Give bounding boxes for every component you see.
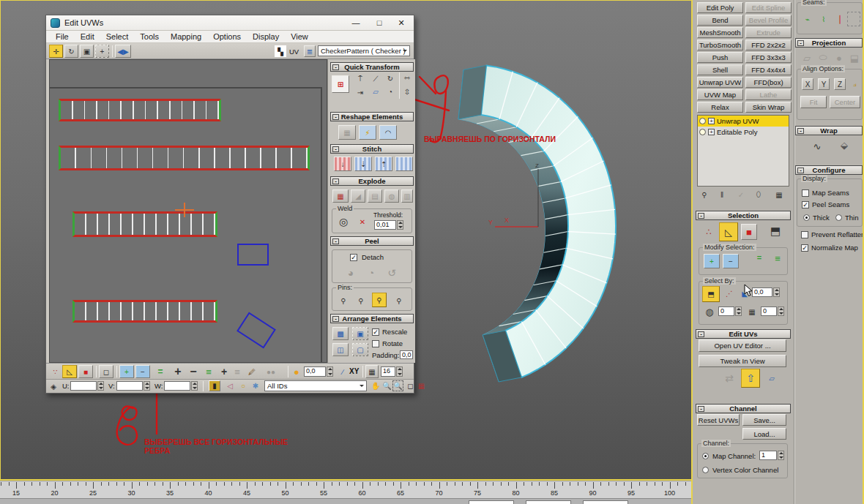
w-spinner[interactable] xyxy=(191,381,198,391)
configure-sets-icon[interactable]: ▦ xyxy=(773,189,785,200)
align-horizontal-icon[interactable]: ⍑ xyxy=(353,74,368,84)
snowflake-icon[interactable]: ✱ xyxy=(250,380,261,391)
minimize-button[interactable]: — xyxy=(345,15,367,30)
weld-target-icon[interactable]: ◎ xyxy=(335,214,351,230)
element-mode-icon[interactable]: ◻ xyxy=(99,365,113,378)
status-field[interactable] xyxy=(526,500,571,504)
pack-boxes-icon[interactable]: ◫ xyxy=(332,343,349,356)
rollout-arrange[interactable]: -Arrange Elements xyxy=(330,314,414,323)
zoom-region-icon[interactable]: 🔍 xyxy=(392,380,403,391)
flip-uv-icon[interactable]: ⇄ xyxy=(720,370,738,386)
edge-distance-icon[interactable]: ∕ xyxy=(338,365,348,378)
modifier-button[interactable]: FFD 4x4x4 xyxy=(745,64,792,75)
rollout-reshape[interactable]: -Reshape Elements xyxy=(330,112,414,121)
smoothgrp-spinner[interactable] xyxy=(778,306,784,316)
align-element-icon[interactable]: ▱ xyxy=(369,86,382,97)
pack-region-icon[interactable]: ▣ xyxy=(352,327,368,340)
stitch-source-icon[interactable]: ⇡ xyxy=(375,157,392,171)
stitch-average-icon[interactable]: ⇣ xyxy=(354,157,372,171)
menu-item[interactable]: Select xyxy=(100,31,135,42)
modifier-button[interactable]: FFD 2x2x2 xyxy=(745,40,792,50)
mirror-tool-icon[interactable]: ◀▶ xyxy=(115,45,131,58)
plane-arrow-icon[interactable]: ▱ xyxy=(763,372,781,385)
polygon-sub-icon[interactable]: ■ xyxy=(741,224,757,240)
grow-uv-icon[interactable]: + xyxy=(119,365,134,378)
modifier-button[interactable]: TurboSmooth xyxy=(697,40,743,50)
modifier-button[interactable]: UVW Map xyxy=(697,89,743,100)
element-sub-icon[interactable]: ⬒ xyxy=(766,222,785,240)
v-field[interactable] xyxy=(116,381,143,391)
distribute-h-icon[interactable]: ⇿ xyxy=(401,72,413,83)
absolute-mode-icon[interactable]: ◈ xyxy=(48,381,59,391)
menu-item[interactable]: View xyxy=(285,31,314,42)
pin-selected-icon[interactable]: ⚲ xyxy=(372,293,387,307)
uv-label[interactable]: UV xyxy=(289,48,299,56)
paint-select-icon[interactable]: 🖉 xyxy=(245,365,258,378)
modifier-button[interactable]: Bevel Profile xyxy=(745,15,792,26)
relax-grid-icon[interactable]: ▦ xyxy=(338,125,356,140)
modifier-button[interactable]: FFD(box) xyxy=(745,77,792,88)
show-seam-icon[interactable]: ⇧ xyxy=(741,369,760,388)
move-tool-icon[interactable]: ✛ xyxy=(49,45,63,58)
v-spinner[interactable] xyxy=(144,381,150,391)
polygon-mode-icon[interactable]: ■ xyxy=(78,365,93,378)
stitch-target-icon[interactable] xyxy=(395,157,413,171)
edge-loop-icon[interactable]: = xyxy=(752,254,767,261)
menu-item[interactable]: Display xyxy=(247,31,285,42)
visibility-bulb-icon[interactable] xyxy=(699,129,706,135)
edge-sub-icon[interactable]: ◺ xyxy=(719,222,738,241)
threshold-spinner[interactable] xyxy=(397,220,403,230)
detach-checkbox[interactable]: ✓ xyxy=(350,254,357,261)
map-channel-field[interactable]: 1 xyxy=(759,451,777,460)
map-seams-checkbox[interactable] xyxy=(802,189,809,197)
pack-group-icon[interactable]: ▢ xyxy=(352,343,368,356)
show-end-result-icon[interactable]: ‖ xyxy=(716,189,728,200)
matid-field[interactable]: 0 xyxy=(718,306,734,316)
peel-seams-checkbox[interactable]: ✓ xyxy=(802,201,809,208)
pin-move-icon[interactable]: ⚲ xyxy=(337,294,350,307)
remove-modifier-icon[interactable]: ⬯ xyxy=(753,189,764,200)
pack-tight-icon[interactable]: ▩ xyxy=(332,327,349,340)
modifier-button[interactable]: Shell xyxy=(697,64,743,75)
falloff-spinner[interactable] xyxy=(327,366,333,377)
rollout-stitch[interactable]: -Stitch xyxy=(330,144,414,154)
rollout-edit-uvs[interactable]: -Edit UVs xyxy=(696,329,791,339)
zoom-icon[interactable]: 🔍 xyxy=(381,380,392,391)
distribute-v-icon[interactable]: ⇳ xyxy=(401,86,413,97)
uv-island-rect[interactable] xyxy=(237,312,276,349)
modifier-button[interactable]: Bend xyxy=(697,15,743,26)
u-field[interactable] xyxy=(70,381,97,391)
make-unique-icon[interactable]: ✓ xyxy=(735,189,747,200)
smoothgrp-field[interactable]: 0 xyxy=(761,306,777,316)
grid-size-field[interactable]: 16 xyxy=(381,366,395,377)
planar-map-icon[interactable]: ▱ xyxy=(800,51,814,64)
rollout-selection[interactable]: -Selection xyxy=(696,211,791,220)
edit-seams-icon[interactable]: ⌁ xyxy=(800,12,815,26)
space-horizontal-icon[interactable]: ⇥ xyxy=(353,87,368,97)
matid-spinner[interactable] xyxy=(735,306,742,316)
modifier-button[interactable]: Skin Wrap xyxy=(745,102,792,113)
stack-item[interactable]: + Editable Poly xyxy=(698,127,789,138)
rescale-checkbox[interactable]: ✓ xyxy=(372,328,379,336)
rollout-explode[interactable]: -Explode xyxy=(330,176,414,186)
rollout-quick-transform[interactable]: -Quick Transform xyxy=(330,62,414,72)
uv-island-strip[interactable] xyxy=(59,99,221,121)
material-id-select[interactable]: All IDs xyxy=(264,380,367,391)
grid-snap-icon[interactable]: ▦ xyxy=(365,365,379,378)
status-field[interactable] xyxy=(583,500,628,504)
zoom-to-gizmo-icon[interactable]: ▦ xyxy=(416,380,427,391)
thick-radio[interactable] xyxy=(803,214,810,221)
box-map-icon[interactable]: ⬓ xyxy=(848,51,861,64)
select-by-angle-icon[interactable]: ◣ xyxy=(739,287,751,299)
normalize-map-checkbox[interactable]: ✓ xyxy=(801,244,808,252)
ring-icon[interactable]: ≡ xyxy=(231,364,244,379)
options-list-icon[interactable]: ≣ xyxy=(304,45,316,57)
rollout-channel[interactable]: -Channel xyxy=(696,404,791,413)
spherical-map-icon[interactable]: ● xyxy=(832,51,846,64)
rotate-tool-icon[interactable]: ↻ xyxy=(64,45,78,58)
convert-edge-seam-icon[interactable]: ⎮ xyxy=(833,12,847,26)
modifier-button[interactable]: MeshSmooth xyxy=(697,27,743,38)
angle-field[interactable]: 0,0 xyxy=(752,287,772,297)
spline-wrap-icon[interactable]: ∿ xyxy=(808,139,826,154)
align-angle-icon[interactable]: ⟋ xyxy=(369,74,382,84)
